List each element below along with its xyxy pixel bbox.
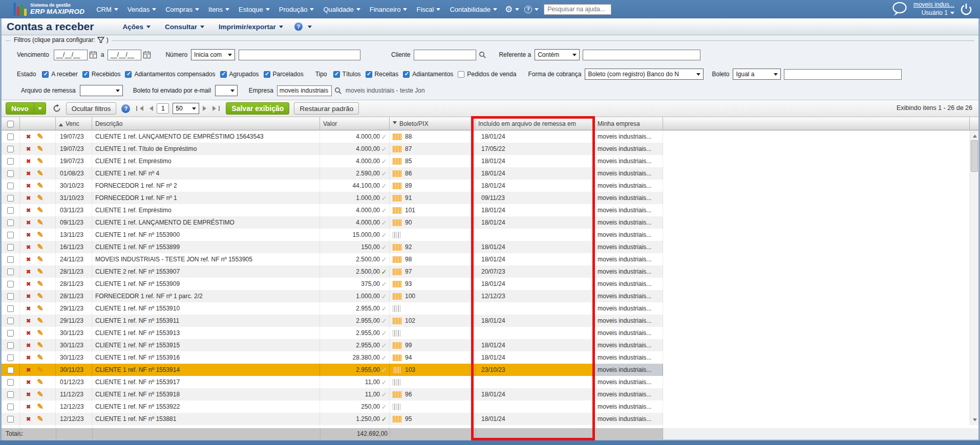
edit-icon[interactable]: [37, 341, 44, 350]
row-checkbox[interactable]: [7, 195, 14, 202]
delete-icon[interactable]: [26, 182, 31, 189]
estado-option[interactable]: Agrupados: [220, 71, 259, 78]
barcode-icon[interactable]: [393, 170, 401, 177]
delete-icon[interactable]: [26, 280, 31, 287]
scrollbar-thumb[interactable]: [971, 140, 978, 172]
scroll-up-button[interactable]: [970, 130, 979, 139]
edit-icon[interactable]: [37, 316, 44, 325]
barcode-icon[interactable]: [393, 219, 401, 226]
app-logo[interactable]: Sistema de gestão ERP MAXIPROD: [13, 3, 84, 16]
barcode-icon[interactable]: [393, 207, 401, 214]
checkbox[interactable]: [458, 71, 464, 78]
delete-icon[interactable]: [26, 317, 31, 324]
barcode-icon[interactable]: [393, 391, 401, 398]
topbar-menu-item[interactable]: Itens: [204, 0, 234, 18]
table-row[interactable]: 29/11/23 CLIENTE 1 ref. NF nº 1553910 2.…: [2, 302, 663, 315]
checkbox[interactable]: [220, 71, 227, 78]
table-row[interactable]: 30/11/23 CLIENTE 1 ref. NF nº 1553913 2.…: [2, 327, 663, 339]
edit-icon[interactable]: [37, 304, 44, 313]
edit-icon[interactable]: [37, 328, 44, 338]
topbar-menu-item[interactable]: Financeiro: [365, 0, 412, 18]
edit-icon[interactable]: [37, 267, 44, 276]
edit-icon[interactable]: [37, 377, 44, 387]
table-row[interactable]: 13/11/23 CLIENTE 1 ref. NF nº 1553900 15…: [2, 229, 663, 241]
table-row[interactable]: 12/12/23 CLIENTE 1 ref. NF nº 153881 1.2…: [2, 413, 663, 425]
barcode-icon[interactable]: [393, 416, 401, 422]
row-checkbox[interactable]: [7, 342, 14, 349]
checkbox[interactable]: [333, 71, 340, 78]
delete-icon[interactable]: [26, 194, 31, 202]
first-page-button[interactable]: [136, 106, 143, 111]
referente-input[interactable]: [583, 50, 700, 60]
novo-button[interactable]: Novo: [6, 102, 46, 115]
row-checkbox[interactable]: [7, 158, 14, 165]
row-checkbox[interactable]: [7, 232, 14, 238]
search-icon[interactable]: [479, 51, 486, 59]
delete-icon[interactable]: [26, 379, 31, 386]
edit-icon[interactable]: [37, 242, 44, 252]
edit-icon[interactable]: [37, 414, 44, 424]
barcode-icon[interactable]: [393, 404, 401, 410]
barcode-icon[interactable]: [393, 256, 401, 263]
edit-icon[interactable]: [37, 132, 44, 141]
estado-option[interactable]: Parcelados: [264, 71, 304, 78]
table-row[interactable]: 16/11/23 CLIENTE 1 ref. NF nº 1553899 15…: [2, 241, 663, 253]
delete-icon[interactable]: [26, 415, 31, 422]
barcode-icon[interactable]: [393, 305, 401, 312]
toolbar-help-button[interactable]: ?: [121, 104, 130, 113]
cliente-input[interactable]: [414, 50, 476, 60]
numero-operator-select[interactable]: Inicia com: [191, 49, 235, 60]
tipo-option[interactable]: Receitas: [366, 71, 399, 78]
barcode-icon[interactable]: [393, 354, 401, 361]
row-checkbox[interactable]: [7, 379, 14, 386]
topbar-menu-item[interactable]: Compras: [161, 0, 204, 18]
delete-icon[interactable]: [26, 133, 31, 140]
empresa-input[interactable]: [277, 85, 332, 96]
checkbox[interactable]: [42, 71, 49, 78]
estado-option[interactable]: Recebidos: [82, 71, 121, 78]
checkbox[interactable]: [82, 71, 89, 78]
table-row[interactable]: 28/11/23 CLIENTE 1 ref. NF nº 1553909 37…: [2, 278, 663, 290]
restaurar-padrao-button[interactable]: Restaurar padrão: [294, 102, 359, 115]
delete-icon[interactable]: [26, 305, 31, 312]
delete-icon[interactable]: [26, 293, 31, 300]
topbar-menu-item[interactable]: CRM: [92, 0, 123, 18]
select-all-checkbox[interactable]: [7, 121, 14, 127]
tipo-option[interactable]: Títulos: [333, 71, 361, 78]
forma-cobranca-select[interactable]: Boleto (com registro) Banco do N: [585, 69, 704, 80]
venc-header[interactable]: Venc: [56, 117, 92, 130]
account-link[interactable]: moveis indus...: [913, 1, 954, 9]
barcode-icon[interactable]: [393, 134, 401, 140]
topbar-menu-item[interactable]: Qualidade: [318, 0, 365, 18]
topbar-menu-item[interactable]: Fiscal: [412, 0, 445, 18]
delete-icon[interactable]: [26, 158, 31, 165]
barcode-icon[interactable]: [393, 269, 401, 275]
delete-icon[interactable]: [26, 145, 31, 152]
topbar-menu-item[interactable]: Produção: [274, 0, 319, 18]
checkbox[interactable]: [403, 71, 410, 78]
numero-input[interactable]: [239, 50, 360, 60]
row-checkbox[interactable]: [7, 416, 14, 422]
salvar-exibicao-button[interactable]: Salvar exibição: [226, 102, 289, 115]
tipo-option[interactable]: Pedidos de venda: [458, 71, 516, 78]
topbar-menu-item[interactable]: Contabilidade: [445, 0, 502, 18]
calendar-icon[interactable]: 8: [143, 51, 151, 59]
boleto-email-select[interactable]: [215, 85, 238, 96]
row-checkbox[interactable]: [7, 391, 14, 398]
estado-option[interactable]: A receber: [42, 71, 77, 78]
delete-icon[interactable]: [26, 219, 31, 226]
edit-icon[interactable]: [37, 255, 44, 264]
page-number-input[interactable]: [157, 103, 169, 114]
edit-icon[interactable]: [37, 230, 44, 239]
valor-header[interactable]: Valor: [320, 117, 390, 130]
checkbox[interactable]: [125, 71, 132, 78]
barcode-icon[interactable]: [393, 195, 401, 202]
barcode-icon[interactable]: [393, 183, 401, 189]
next-page-button[interactable]: [203, 106, 209, 111]
table-row[interactable]: 19/07/23 CLIENTE 1 ref. Empréstimo 4.000…: [2, 155, 663, 167]
barcode-icon[interactable]: [393, 330, 401, 337]
chat-bubble-icon[interactable]: [891, 2, 908, 17]
filters-legend[interactable]: Filtros (clique para configurar: ): [11, 36, 112, 43]
table-row[interactable]: 30/11/23 CLIENTE 1 ref. NF nº 1553914 2.…: [2, 364, 663, 376]
barcode-icon[interactable]: [393, 293, 401, 300]
